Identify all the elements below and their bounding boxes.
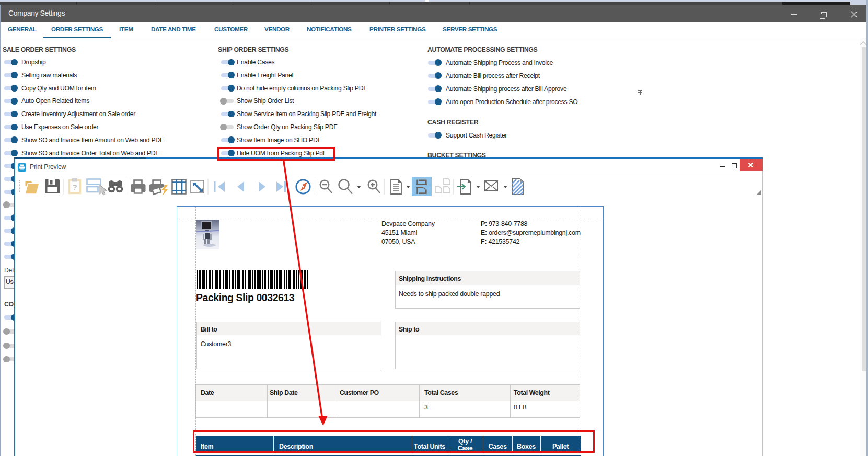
svg-text:?: ? — [72, 183, 77, 191]
